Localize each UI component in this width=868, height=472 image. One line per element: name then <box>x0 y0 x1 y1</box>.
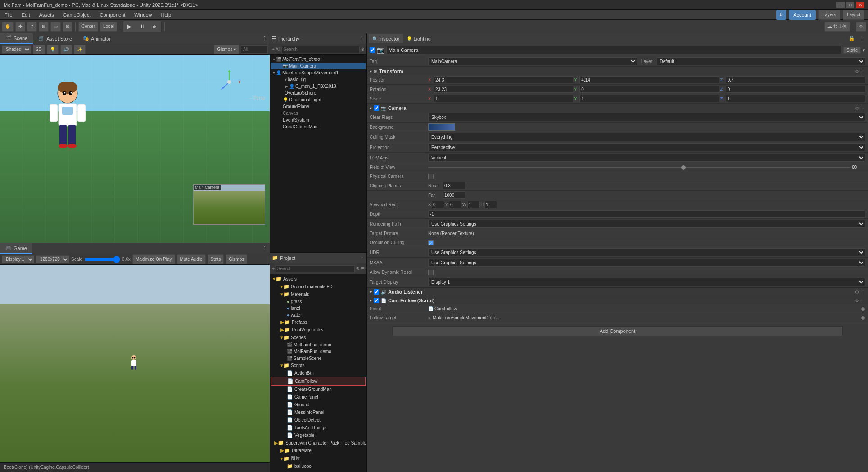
menu-edit[interactable]: Edit <box>17 11 35 18</box>
hdr-select[interactable]: Use Graphics Settings <box>428 248 865 256</box>
camera-enabled-checkbox[interactable] <box>374 105 379 111</box>
pos-y-field[interactable] <box>579 76 719 83</box>
menu-component[interactable]: Component <box>95 11 130 18</box>
account-button[interactable]: Account <box>789 10 816 20</box>
project-item-pics[interactable]: ▾📁 图片 <box>271 454 366 463</box>
hierarchy-options[interactable]: ⚙ <box>361 47 365 52</box>
project-search[interactable] <box>276 265 355 272</box>
audio-overflow[interactable]: ⋮ <box>861 290 865 295</box>
object-active-checkbox[interactable] <box>370 47 375 53</box>
maximize-on-play-button[interactable]: Maximize On Play <box>132 254 175 264</box>
gizmos-button[interactable]: Gizmos ▾ <box>214 45 239 54</box>
rot-z-field[interactable] <box>726 86 865 93</box>
project-item-molfam-demo[interactable]: 🎬 MolFamFun_demo <box>271 341 366 348</box>
hierarchy-menu[interactable]: ⋮ <box>360 36 365 41</box>
project-item-vegetable[interactable]: 📄 Vegetable <box>271 431 366 439</box>
script-target-btn[interactable]: ◉ <box>861 306 865 312</box>
camera-settings-icon[interactable]: ⚙ <box>855 106 859 111</box>
project-item-scenes[interactable]: ▾📁 Scenes <box>271 334 366 341</box>
scene-search[interactable] <box>241 45 268 54</box>
tab-scene[interactable]: 🎬 Scene <box>0 33 33 44</box>
pos-x-field[interactable] <box>434 76 573 83</box>
rot-x-field[interactable] <box>434 86 573 93</box>
scale-tool-button[interactable]: ⊞ <box>39 22 49 32</box>
depth-field[interactable] <box>428 210 865 218</box>
project-view-toggle[interactable]: ☰ <box>361 266 365 271</box>
hierarchy-item-dir-light[interactable]: 💡 Directional Light <box>271 96 366 103</box>
projection-select[interactable]: Perspective <box>428 143 865 151</box>
viewport-y-field[interactable] <box>449 201 461 208</box>
static-dropdown[interactable]: ▾ <box>863 47 865 53</box>
scene-audio-button[interactable]: 🔊 <box>60 45 72 54</box>
settings-button[interactable]: ⚙ <box>856 22 866 32</box>
transform-overflow[interactable]: ⋮ <box>861 69 865 74</box>
project-item-bailuobo[interactable]: 📁 bailuobo <box>271 463 366 470</box>
space-button[interactable]: Local <box>100 22 117 32</box>
transform-settings-icon[interactable]: ⚙ <box>855 69 859 74</box>
project-add[interactable]: + <box>272 266 275 271</box>
rect-tool-button[interactable]: ▭ <box>50 22 61 32</box>
project-item-ground-sc[interactable]: 📄 Ground <box>271 401 366 408</box>
menu-file[interactable]: File <box>0 11 17 18</box>
fov-axis-select[interactable]: Vertical <box>428 154 865 162</box>
tab-game[interactable]: 🎮 Game <box>0 243 32 254</box>
project-item-tools[interactable]: 📄 ToolsAndThings <box>271 424 366 431</box>
scene-light-button[interactable]: 💡 <box>47 45 59 54</box>
hierarchy-item-c-man[interactable]: ▶ 👤 C_man_1_FBX2013 <box>271 83 366 90</box>
layer-select[interactable]: Default <box>657 57 866 65</box>
resolution-select[interactable]: 1280x720 <box>36 255 69 263</box>
inspector-lock[interactable]: 🔒 <box>846 36 858 41</box>
mute-audio-button[interactable]: Mute Audio <box>177 254 206 264</box>
hierarchy-item-creat-ground[interactable]: CreatGroundMan <box>271 123 366 130</box>
tab-inspector[interactable]: 🔍 Inspector <box>369 34 403 43</box>
hierarchy-item-male-simple[interactable]: ▾ 👤 MaleFreeSimpleMovement1 <box>271 69 366 76</box>
hierarchy-item-overlap[interactable]: OverLapSphere <box>271 90 366 96</box>
project-item-ground-mat[interactable]: ▾📁 Ground materials FD <box>271 283 366 290</box>
add-component-button[interactable]: Add Component <box>392 326 843 336</box>
pause-button[interactable]: ⏸ <box>136 21 149 32</box>
play-button[interactable]: ▶ <box>123 21 136 32</box>
allow-dynamic-checkbox[interactable] <box>428 270 434 275</box>
rendering-path-select[interactable]: Use Graphics Settings <box>428 220 865 228</box>
menu-assets[interactable]: Assets <box>35 11 59 18</box>
project-item-water[interactable]: ● water <box>271 312 366 318</box>
move-tool-button[interactable]: ✥ <box>15 22 25 32</box>
viewport-w-field[interactable] <box>467 201 480 208</box>
project-item-prefabs[interactable]: ▶📁 Prefabs <box>271 318 366 326</box>
transform-header[interactable]: ▾ ⊞ Transform ⚙ ⋮ <box>367 67 868 75</box>
stats-button[interactable]: Stats <box>208 254 224 264</box>
game-view[interactable] <box>0 265 270 462</box>
hierarchy-tab-label[interactable]: ☰ Hierarchy <box>272 36 299 41</box>
tab-animator[interactable]: 🎭 Animator <box>77 34 116 43</box>
hierarchy-item-event-system[interactable]: EventSystem <box>271 117 366 123</box>
hierarchy-item-basic-rig[interactable]: ▾ basic_rig <box>271 76 366 83</box>
shading-select[interactable]: Shaded <box>2 45 31 54</box>
display-select[interactable]: Display 1 <box>2 255 34 263</box>
pivot-button[interactable]: Center <box>78 22 98 32</box>
scene-panel-menu[interactable]: ⋮ <box>259 36 270 41</box>
scale-slider[interactable] <box>84 256 120 263</box>
hierarchy-item-main-camera[interactable]: 📷 Main Camera <box>271 63 366 69</box>
project-item-actionbtn[interactable]: 📄 ActionBtn <box>271 369 366 377</box>
project-item-creatground[interactable]: 📄 CreateGroundMan <box>271 386 366 393</box>
project-item-supercyan[interactable]: ▶📁 Supercyan Character Pack Free Sample <box>271 439 366 447</box>
fov-slider[interactable] <box>428 167 850 168</box>
viewport-x-field[interactable] <box>432 201 444 208</box>
project-item-gamepanel[interactable]: 📄 GamePanel <box>271 393 366 401</box>
scene-fx-button[interactable]: ✨ <box>74 45 86 54</box>
project-item-scripts[interactable]: ▾📁 Scripts <box>271 362 366 369</box>
window-controls[interactable]: ─ □ ✕ <box>836 2 864 8</box>
layers-button[interactable]: Layers <box>818 10 840 20</box>
hierarchy-item-ground[interactable]: GroundPlane <box>271 103 366 110</box>
camera-header[interactable]: ▾ 📷 Camera ⚙ ⋮ <box>367 104 868 112</box>
project-item-molfam-demo2[interactable]: 🎬 MolFamFun_demo <box>271 348 366 355</box>
step-button[interactable]: ⏭ <box>149 21 161 32</box>
project-options[interactable]: ⚙ <box>356 266 360 271</box>
far-field[interactable] <box>443 191 465 199</box>
project-item-camfollow[interactable]: 📄 CamFollow <box>271 377 366 386</box>
minimize-button[interactable]: ─ <box>836 2 845 8</box>
audio-settings-icon[interactable]: ⚙ <box>855 290 859 295</box>
close-button[interactable]: ✕ <box>856 2 864 8</box>
collab-button[interactable]: ☁ 接上位 <box>824 22 850 32</box>
tab-lighting[interactable]: 💡 Lighting <box>403 34 434 43</box>
